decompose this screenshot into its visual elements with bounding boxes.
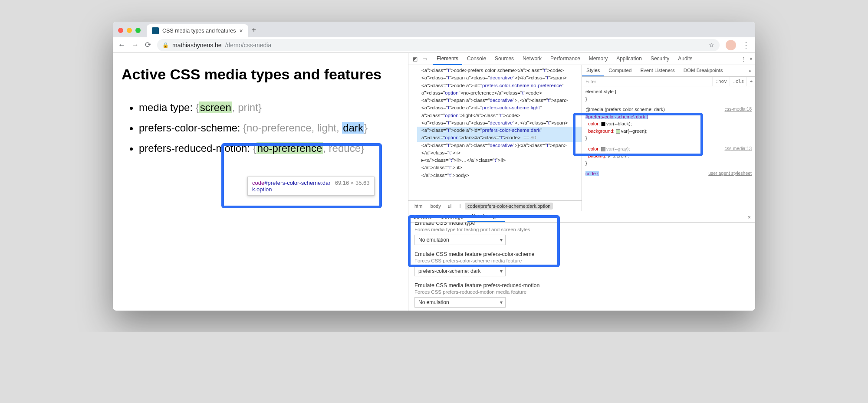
option: reduce [329,142,361,154]
devtools-tab[interactable]: Network [519,53,546,65]
forward-icon[interactable]: → [132,41,139,49]
dom-node[interactable]: <a">class="t">code>prefers-color-scheme:… [417,67,582,74]
drawer-tab[interactable]: Console [408,212,436,222]
option: no-preference [247,122,311,134]
cls-toggle[interactable]: .cls [730,77,747,86]
active-option: dark [342,122,364,134]
breadcrumb-item[interactable]: ul [445,203,454,210]
dom-node[interactable]: ▸<a">class="t">li>…</a">class="t">li> [417,157,582,164]
close-icon[interactable]: × [497,213,500,219]
hov-toggle[interactable]: :hov [712,77,730,86]
minimize-window-icon[interactable] [127,28,132,33]
breadcrumb-item[interactable]: code#prefers-color-scheme:dark.option [465,203,553,210]
style-rule[interactable]: element.style {} [585,88,752,102]
breadcrumb-item[interactable]: html [412,203,426,210]
breadcrumb-item[interactable]: li [456,203,463,210]
drawer-close-icon[interactable]: × [743,213,755,222]
devtools-panel: ◩ ▭ ElementsConsoleSourcesNetworkPerform… [408,53,755,311]
rendering-section: Emulate CSS media feature prefers-color-… [414,251,749,276]
option: print [238,102,258,113]
style-rule[interactable]: user agent stylesheetcode { [585,170,752,177]
page-content: Active CSS media types and features medi… [113,53,408,311]
section-title: Emulate CSS media type [414,223,749,226]
drawer-tab[interactable]: Coverage [436,212,467,222]
devtools-drawer: ConsoleCoverageRendering ×× Emulate CSS … [408,211,755,311]
profile-avatar[interactable] [726,40,736,50]
active-option: screen [199,102,232,113]
style-rules[interactable]: element.style {}css-media:18@media (pref… [582,86,755,183]
url-bar: ← → ⟳ 🔒 mathiasbynens.be/demo/css-media … [113,37,755,53]
back-icon[interactable]: ← [118,41,125,49]
rendering-panel: Emulate CSS media type Forces media type… [408,223,755,311]
inspect-icon[interactable]: ◩ [411,56,419,62]
styles-tab[interactable]: DOM Breakpoints [679,65,727,76]
media-list-item: prefers-color-scheme: {no-preference, li… [139,118,399,137]
dom-node[interactable]: <a">class="t">code a">id="prefers-color-… [417,127,582,142]
style-rule[interactable]: css-media:18@media (prefers-color-scheme… [585,106,752,142]
dom-node[interactable]: <a">class="t">span a">class="decorative"… [417,74,582,82]
emulation-select[interactable]: prefers-color-scheme: dark [414,266,506,276]
devtools-tab[interactable]: Application [612,53,646,65]
reload-icon[interactable]: ⟳ [145,40,151,49]
media-list: media type: {screen, print}prefers-color… [122,98,399,158]
devtools-tab[interactable]: Sources [491,53,518,65]
element-tooltip: code#prefers-color-scheme:dar69.16 × 35.… [247,177,375,196]
dom-node[interactable]: </a">class="t">body> [417,172,582,179]
devtools-toolbar: ◩ ▭ ElementsConsoleSourcesNetworkPerform… [408,53,755,65]
devtools-more-icon[interactable]: ⋮ [741,56,746,62]
tooltip-selector: code [252,180,264,186]
titlebar: CSS media types and features × + [113,22,755,37]
dom-node[interactable]: <a">class="t">span a">class="decorative"… [417,97,582,104]
browser-tab[interactable]: CSS media types and features × [147,24,248,37]
styles-tab[interactable]: Styles [582,65,604,76]
styles-filter-input[interactable] [582,77,712,86]
dom-node[interactable]: <a">class="t">code a">id="prefers-color-… [417,82,582,97]
bookmark-icon[interactable]: ☆ [709,42,714,49]
favicon-icon [152,27,159,34]
section-title: Emulate CSS media feature prefers-reduce… [414,282,749,288]
devtools-tab[interactable]: Audits [674,53,696,65]
traffic-lights [118,28,141,33]
rendering-section: Emulate CSS media type Forces media type… [414,223,749,245]
devtools-close-icon[interactable]: × [750,56,753,62]
devtools-tab[interactable]: Memory [585,53,612,65]
devtools-tab[interactable]: Performance [546,53,584,65]
maximize-window-icon[interactable] [135,28,141,33]
drawer-tab[interactable]: Rendering × [467,211,505,222]
emulation-select[interactable]: No emulation [414,297,506,308]
emulation-select[interactable]: No emulation [414,235,506,245]
section-subtitle: Forces media type for testing print and … [414,227,749,232]
devtools-tabs: ElementsConsoleSourcesNetworkPerformance… [433,53,697,65]
section-subtitle: Forces CSS prefers-reduced-motion media … [414,289,749,295]
add-rule-button[interactable]: + [746,77,755,86]
device-toolbar-icon[interactable]: ▭ [421,56,428,62]
styles-tab[interactable]: Computed [604,65,636,76]
close-window-icon[interactable] [118,28,123,33]
dom-node[interactable]: </a">class="t">ul> [417,164,582,171]
styles-more-icon[interactable]: » [745,65,755,76]
url-path: /demo/css-media [225,42,272,49]
browser-window: CSS media types and features × + ← → ⟳ 🔒… [113,22,755,311]
dom-node[interactable]: <a">class="t">span a">class="decorative"… [417,119,582,127]
tab-title: CSS media types and features [162,28,236,34]
dom-node[interactable]: <a">class="t">span a">class="decorative"… [417,142,582,149]
devtools-tab[interactable]: Security [647,53,673,65]
dom-tree[interactable]: <a">class="t">code>prefers-color-scheme:… [408,65,582,200]
devtools-tab[interactable]: Elements [433,53,462,65]
lock-icon: 🔒 [162,42,169,48]
breadcrumb-trail: htmlbodyullicode#prefers-color-scheme:da… [408,200,582,211]
address-bar[interactable]: 🔒 mathiasbynens.be/demo/css-media ☆ [157,39,720,51]
style-rule[interactable]: css-media:13 color: var(--gray); padding… [585,145,752,167]
dom-node[interactable]: <a">class="t">code a">id="prefers-color-… [417,104,582,119]
option: light [317,122,336,134]
page-heading: Active CSS media types and features [122,64,399,85]
active-option: no-preference [256,142,323,154]
styles-tab[interactable]: Event Listeners [636,65,679,76]
new-tab-button[interactable]: + [252,26,256,35]
tab-close-icon[interactable]: × [240,27,243,34]
devtools-tab[interactable]: Console [463,53,490,65]
browser-menu-icon[interactable]: ⋮ [742,40,750,50]
dom-node[interactable]: </a">class="t">li> [417,149,582,157]
breadcrumb-item[interactable]: body [428,203,444,210]
media-list-item: media type: {screen, print} [139,98,399,117]
